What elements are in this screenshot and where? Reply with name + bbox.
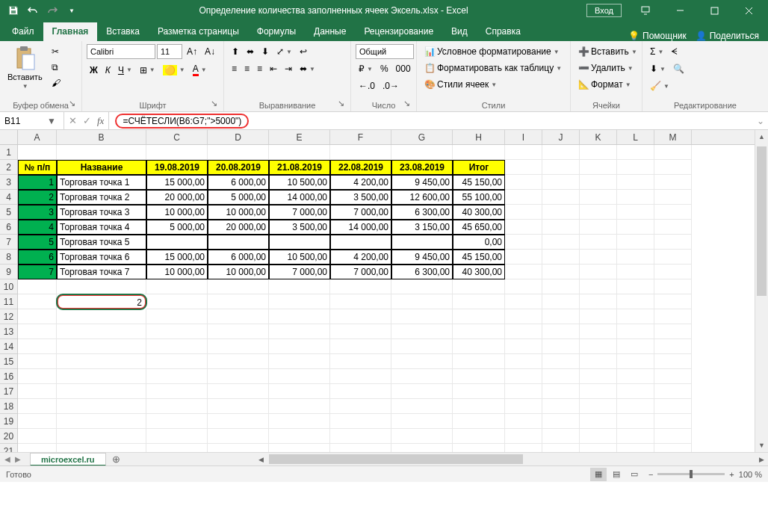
cell[interactable] bbox=[453, 279, 505, 294]
cell[interactable] bbox=[208, 354, 269, 369]
cell[interactable] bbox=[654, 265, 692, 279]
ribbon-tab-вид[interactable]: Вид bbox=[442, 22, 477, 41]
sheet-tab[interactable]: microexcel.ru bbox=[30, 453, 106, 466]
italic-icon[interactable]: К bbox=[102, 63, 114, 78]
cell[interactable] bbox=[453, 429, 505, 444]
paste-button[interactable]: Вставить ▼ bbox=[4, 44, 46, 91]
column-header[interactable]: L bbox=[617, 130, 654, 144]
new-sheet-icon[interactable]: ⊕ bbox=[109, 454, 124, 465]
cell[interactable] bbox=[330, 339, 391, 354]
currency-icon[interactable]: ₽▼ bbox=[356, 61, 376, 76]
cell[interactable] bbox=[580, 369, 617, 384]
indent-decrease-icon[interactable]: ⇤ bbox=[267, 61, 280, 76]
cell[interactable]: 10 500,00 bbox=[269, 175, 330, 190]
cell[interactable] bbox=[617, 220, 654, 235]
cell[interactable] bbox=[208, 429, 269, 444]
cell[interactable]: Название bbox=[57, 160, 146, 175]
cell[interactable] bbox=[654, 339, 692, 354]
cell[interactable] bbox=[654, 145, 692, 160]
cell[interactable] bbox=[654, 175, 692, 190]
cell[interactable]: 2 bbox=[18, 190, 57, 205]
hscroll-thumb[interactable] bbox=[269, 454, 523, 464]
cell[interactable] bbox=[505, 414, 542, 429]
page-break-view-icon[interactable]: ▭ bbox=[626, 468, 642, 481]
cell[interactable] bbox=[654, 399, 692, 414]
ribbon-tab-рецензирование[interactable]: Рецензирование bbox=[355, 22, 442, 41]
scroll-right-icon[interactable]: ▶ bbox=[755, 453, 768, 466]
cell[interactable] bbox=[391, 309, 453, 324]
cell[interactable] bbox=[146, 145, 208, 160]
underline-icon[interactable]: Ч▼ bbox=[115, 63, 135, 78]
fill-icon[interactable]: ⬇▼ bbox=[647, 61, 669, 76]
cell[interactable] bbox=[617, 414, 654, 429]
cell[interactable]: 0,00 bbox=[453, 235, 505, 250]
cell[interactable] bbox=[18, 414, 57, 429]
bold-icon[interactable]: Ж bbox=[87, 63, 101, 78]
zoom-slider[interactable] bbox=[657, 473, 725, 475]
cell[interactable] bbox=[542, 354, 580, 369]
cell[interactable] bbox=[269, 399, 330, 414]
border-icon[interactable]: ⊞▼ bbox=[137, 63, 158, 78]
cell[interactable]: 5 000,00 bbox=[208, 190, 269, 205]
cell[interactable] bbox=[18, 354, 57, 369]
cell[interactable]: 55 100,00 bbox=[453, 190, 505, 205]
minimize-icon[interactable] bbox=[663, 0, 696, 21]
column-header[interactable]: J bbox=[542, 130, 580, 144]
scroll-up-icon[interactable]: ▲ bbox=[755, 130, 768, 143]
cell[interactable] bbox=[269, 309, 330, 324]
cell[interactable]: 19.08.2019 bbox=[146, 160, 208, 175]
row-header[interactable]: 20 bbox=[0, 429, 17, 444]
cell[interactable] bbox=[654, 414, 692, 429]
horizontal-scrollbar[interactable]: ◀ ▶ bbox=[254, 452, 768, 466]
cell[interactable] bbox=[617, 145, 654, 160]
cell[interactable] bbox=[391, 294, 453, 309]
cell[interactable] bbox=[505, 265, 542, 279]
cell[interactable] bbox=[617, 175, 654, 190]
dialog-launcher-icon[interactable]: ↘ bbox=[401, 99, 412, 109]
cell[interactable] bbox=[57, 279, 146, 294]
cell[interactable] bbox=[505, 190, 542, 205]
cell[interactable] bbox=[580, 339, 617, 354]
cell[interactable] bbox=[391, 369, 453, 384]
cell[interactable] bbox=[269, 429, 330, 444]
cell[interactable]: 40 300,00 bbox=[453, 265, 505, 279]
ribbon-options-icon[interactable] bbox=[629, 0, 662, 21]
cell[interactable] bbox=[580, 354, 617, 369]
cell[interactable] bbox=[542, 265, 580, 279]
column-header[interactable]: I bbox=[505, 130, 542, 144]
fill-color-icon[interactable]: 🟡▼ bbox=[160, 63, 188, 78]
cell[interactable] bbox=[269, 145, 330, 160]
cell[interactable] bbox=[542, 205, 580, 220]
column-header[interactable]: H bbox=[453, 130, 505, 144]
cell[interactable] bbox=[330, 369, 391, 384]
cell[interactable] bbox=[542, 309, 580, 324]
cell[interactable] bbox=[146, 414, 208, 429]
cell[interactable] bbox=[208, 399, 269, 414]
cell[interactable] bbox=[57, 384, 146, 399]
cell[interactable] bbox=[391, 414, 453, 429]
cell[interactable] bbox=[617, 309, 654, 324]
cell[interactable]: 15 000,00 bbox=[146, 175, 208, 190]
cell[interactable] bbox=[654, 369, 692, 384]
cell[interactable] bbox=[208, 369, 269, 384]
cell[interactable] bbox=[18, 399, 57, 414]
name-box-input[interactable] bbox=[0, 116, 45, 126]
cell[interactable] bbox=[505, 399, 542, 414]
font-size-select[interactable] bbox=[157, 44, 182, 59]
cell[interactable] bbox=[617, 160, 654, 175]
cell[interactable] bbox=[654, 235, 692, 250]
cell[interactable] bbox=[580, 265, 617, 279]
cell[interactable] bbox=[654, 279, 692, 294]
cell[interactable] bbox=[580, 399, 617, 414]
orientation-icon[interactable]: ⤢▼ bbox=[273, 44, 295, 59]
cell[interactable] bbox=[208, 279, 269, 294]
cell[interactable]: 3 500,00 bbox=[330, 190, 391, 205]
row-header[interactable]: 13 bbox=[0, 324, 17, 339]
cell[interactable] bbox=[391, 429, 453, 444]
merge-icon[interactable]: ⬌▼ bbox=[297, 61, 318, 76]
cell[interactable]: 9 450,00 bbox=[391, 175, 453, 190]
cell[interactable] bbox=[146, 429, 208, 444]
cell[interactable] bbox=[580, 324, 617, 339]
cell[interactable] bbox=[542, 339, 580, 354]
comma-icon[interactable]: 000 bbox=[393, 61, 414, 76]
